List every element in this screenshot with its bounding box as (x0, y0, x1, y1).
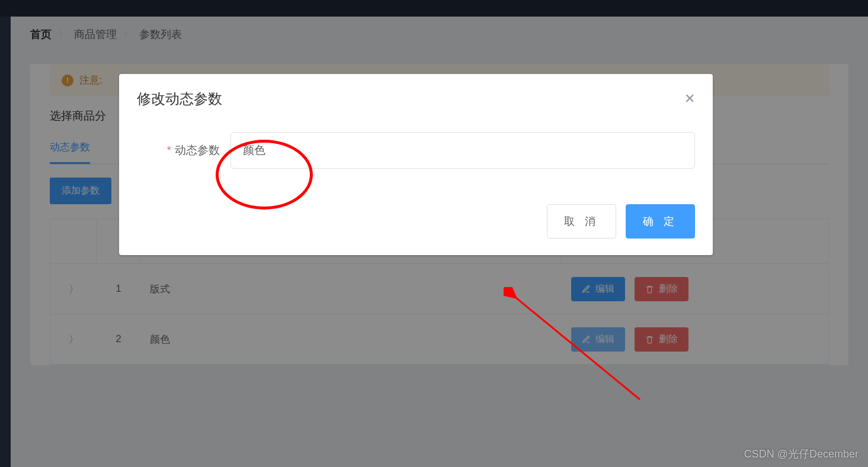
param-name-input[interactable] (230, 132, 695, 169)
close-icon[interactable]: ✕ (684, 91, 695, 107)
cancel-button[interactable]: 取 消 (547, 204, 616, 239)
dialog-title: 修改动态参数 (137, 89, 222, 108)
watermark: CSDN @光仔December (744, 447, 859, 461)
form-label: *动态参数 (137, 143, 220, 158)
confirm-button[interactable]: 确 定 (626, 204, 695, 239)
form-row-param-name: *动态参数 (137, 132, 695, 169)
edit-param-dialog: 修改动态参数 ✕ *动态参数 取 消 确 定 (119, 74, 713, 255)
